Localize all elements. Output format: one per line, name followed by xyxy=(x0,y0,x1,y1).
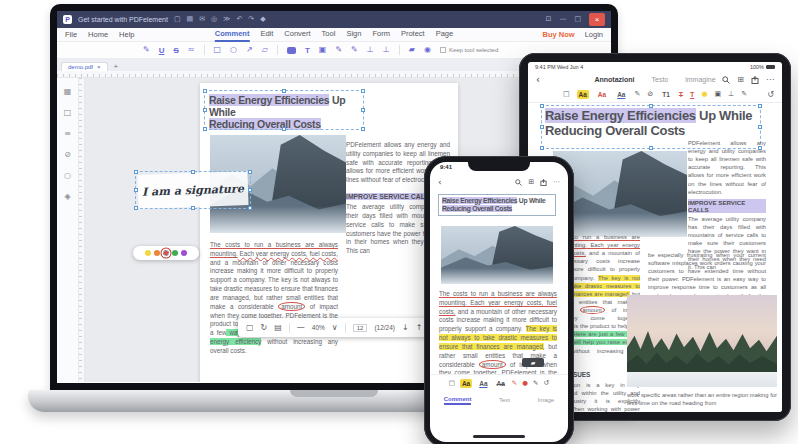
color-swatch-orange[interactable] xyxy=(154,250,160,256)
close-file-tab-icon[interactable]: × xyxy=(97,64,101,70)
print-icon[interactable]: ▤ xyxy=(187,16,194,23)
menu-file[interactable]: File xyxy=(65,30,77,39)
tab-comment[interactable]: Comment xyxy=(215,27,250,42)
arrow-tool-icon[interactable]: ↗ xyxy=(246,46,253,54)
underline-text-tool-icon[interactable]: Aa xyxy=(477,379,489,388)
oval-tool-icon[interactable]: ○ xyxy=(230,46,237,54)
more-options-icon[interactable]: ⋯ xyxy=(553,179,560,186)
tab-form[interactable]: Form xyxy=(372,27,390,42)
single-page-view-icon[interactable]: ▢ xyxy=(246,324,254,332)
close-window-button[interactable]: × xyxy=(589,13,605,26)
select-area-icon[interactable]: □ xyxy=(449,380,455,387)
color-swatch-green[interactable] xyxy=(172,250,178,256)
more-tools-icon[interactable]: ≫ xyxy=(223,16,230,23)
rectangle-tool-icon[interactable]: □ xyxy=(214,46,222,54)
text-comment-icon[interactable]: T xyxy=(305,46,310,55)
page-layout-icon[interactable]: ▤ xyxy=(274,324,282,332)
tab-comment[interactable]: Comment xyxy=(444,396,472,405)
restore-window-icon[interactable]: ⊡ xyxy=(546,16,552,23)
signature-tool-icon[interactable]: ✎ xyxy=(351,46,358,54)
pen-tool-icon[interactable]: ✎ xyxy=(512,380,517,387)
stamp-tool-icon[interactable]: ⊥ xyxy=(367,46,374,54)
previous-page-icon[interactable]: ↑ xyxy=(416,324,423,332)
comments-panel-icon[interactable]: ≡ xyxy=(64,130,71,138)
highlight-tool-icon[interactable]: Aa xyxy=(577,90,589,99)
thumbnails-icon[interactable]: ⊞ xyxy=(737,76,744,84)
stamp-icon[interactable]: ⊥ xyxy=(728,91,734,98)
attachment-tool-icon[interactable]: ⊘ xyxy=(647,91,653,98)
buy-now-button[interactable]: Buy Now xyxy=(543,30,575,39)
pen-tool-icon[interactable]: ✎ xyxy=(634,91,640,98)
tab-convert[interactable]: Convert xyxy=(284,27,310,42)
tab-image[interactable]: Image xyxy=(538,397,555,403)
signature-selection-box[interactable] xyxy=(135,171,251,209)
select-area-icon[interactable]: □ xyxy=(563,91,570,98)
tab-annotazioni[interactable]: Annotazioni xyxy=(594,76,634,83)
color-swatch-purple[interactable] xyxy=(181,250,187,256)
signatures-panel-icon[interactable]: ◈ xyxy=(64,193,70,201)
custom-stamp-icon[interactable]: ⊥ xyxy=(383,46,390,54)
tab-edit[interactable]: Edit xyxy=(260,27,273,42)
show-comments-icon[interactable]: ◉ xyxy=(424,46,431,54)
title-selection-box[interactable] xyxy=(204,90,364,130)
highlighter-icon[interactable]: ✎ xyxy=(143,46,150,54)
tab-protect[interactable]: Protect xyxy=(401,27,425,42)
text-style-tool-icon[interactable]: T1 xyxy=(660,90,672,99)
tab-sign[interactable]: Sign xyxy=(346,27,361,42)
text-box-icon[interactable]: ▣ xyxy=(319,46,327,54)
keep-tool-checkbox[interactable] xyxy=(440,47,446,53)
insert-image-icon[interactable]: ▣ xyxy=(714,91,721,98)
current-page-input[interactable]: 12 xyxy=(353,324,368,332)
underline-tool-icon[interactable]: U xyxy=(159,46,165,55)
share-icon[interactable] xyxy=(540,179,547,186)
tab-tool[interactable]: Tool xyxy=(322,27,336,42)
highlight-dot-icon[interactable]: ● xyxy=(701,91,707,98)
share-icon[interactable] xyxy=(751,76,759,84)
strikethrough-tool-icon[interactable]: S xyxy=(173,46,178,55)
thumbnails-panel-icon[interactable]: ▦ xyxy=(64,88,72,96)
bookmarks-panel-icon[interactable]: □ xyxy=(64,109,72,117)
search-icon[interactable] xyxy=(515,179,522,186)
back-icon[interactable]: ‹ xyxy=(536,75,540,85)
highlight-tool-icon[interactable]: Aa xyxy=(460,379,472,388)
signature-icon[interactable]: ✎ xyxy=(741,91,747,98)
target-icon[interactable]: ◎ xyxy=(211,16,217,23)
pencil-tool-icon[interactable]: ✎ xyxy=(335,46,342,54)
keep-tool-selected-option[interactable]: Keep tool selected xyxy=(440,47,498,53)
new-tab-button[interactable]: + xyxy=(114,62,119,71)
email-icon[interactable]: ✉ xyxy=(199,16,205,23)
zoom-dropdown-icon[interactable]: ∨ xyxy=(332,324,338,332)
color-dot-icon[interactable]: ● xyxy=(522,380,528,387)
squiggly-tool-icon[interactable]: ≈ xyxy=(188,46,195,54)
title-selection-box[interactable]: Raise Energy Efficiencies Up While Reduc… xyxy=(438,194,556,216)
maximize-window-icon[interactable]: □ xyxy=(574,16,581,23)
tab-text[interactable]: Text xyxy=(499,397,510,403)
color-swatch-red-selected[interactable] xyxy=(163,250,169,256)
tab-immagine[interactable]: immagine xyxy=(685,76,715,83)
quick-save-icon[interactable]: ▢ xyxy=(174,16,181,23)
undo-icon[interactable]: ↶ xyxy=(236,16,242,23)
shapes-tool-icon[interactable]: ▱ xyxy=(262,46,268,54)
text-color-tool-icon[interactable]: Aa xyxy=(596,90,608,99)
zoom-out-icon[interactable]: — xyxy=(297,324,305,332)
attachments-panel-icon[interactable]: ⊘ xyxy=(64,151,71,159)
eraser-tool-icon[interactable]: ▰ xyxy=(409,46,415,54)
pencil-tool-icon[interactable]: ✎ xyxy=(533,380,538,387)
underline-red-text-icon[interactable]: T xyxy=(690,91,694,98)
undo-icon[interactable]: ↺ xyxy=(543,380,549,387)
thumbnails-icon[interactable]: ⊞ xyxy=(528,179,534,186)
zoom-level-value[interactable]: 40% xyxy=(312,324,325,331)
undo-icon[interactable]: ↺ xyxy=(767,91,774,99)
search-panel-icon[interactable]: ○ xyxy=(64,172,71,180)
tab-page[interactable]: Page xyxy=(436,27,454,42)
next-page-icon[interactable]: ↓ xyxy=(402,324,409,332)
more-options-icon[interactable]: ⋯ xyxy=(766,76,774,84)
search-icon[interactable] xyxy=(722,76,730,84)
strikethrough-text-icon[interactable]: T xyxy=(679,91,683,98)
strikethrough-tool-icon[interactable]: Aa xyxy=(495,379,507,388)
sticky-note-icon[interactable] xyxy=(287,47,296,54)
menu-home[interactable]: Home xyxy=(88,30,108,39)
tab-testo[interactable]: Testo xyxy=(651,76,668,83)
redo-icon[interactable]: ↷ xyxy=(248,16,254,23)
back-icon[interactable]: ‹ xyxy=(438,178,442,187)
